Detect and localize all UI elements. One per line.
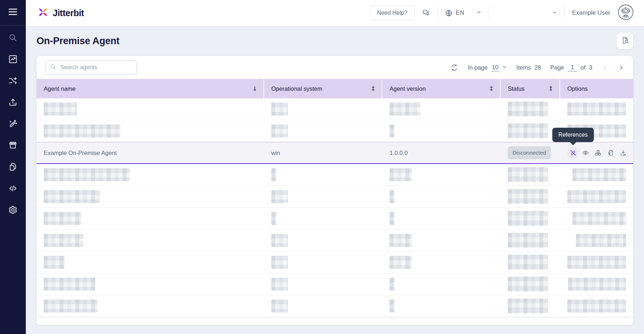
dashboard-icon — [8, 55, 18, 65]
sidebar-item-deploy[interactable] — [0, 92, 26, 114]
sidebar-item-wand[interactable] — [0, 114, 26, 135]
table-row — [37, 208, 633, 230]
status-cell — [501, 230, 560, 251]
user-avatar[interactable] — [617, 4, 634, 22]
redacted-version — [390, 190, 395, 203]
menu-button[interactable] — [0, 0, 26, 25]
sidebar — [0, 0, 26, 334]
redacted-options — [572, 212, 626, 225]
code-icon — [8, 184, 18, 194]
language-select[interactable]: EN — [445, 9, 482, 17]
refresh-icon[interactable] — [450, 63, 458, 72]
view-button[interactable] — [580, 147, 591, 159]
agent-os: win — [271, 150, 280, 156]
table-row — [37, 273, 633, 295]
next-page-button[interactable] — [618, 64, 625, 71]
os-cell — [264, 98, 382, 120]
column-header-agent-version[interactable]: Agent version↕ — [382, 79, 501, 98]
redacted-options — [572, 168, 626, 181]
sidebar-item-workflows[interactable] — [0, 71, 26, 92]
version-cell — [382, 208, 501, 229]
redacted-options — [567, 190, 626, 203]
status-cell — [501, 120, 560, 142]
column-header-operational-system[interactable]: Operational system↕ — [264, 79, 382, 98]
chevron-down-icon — [552, 10, 557, 17]
sidebar-item-settings[interactable] — [0, 200, 26, 221]
redacted-status — [508, 298, 548, 314]
sidebar-item-copy[interactable] — [0, 157, 26, 178]
page-size-value: 10 — [491, 64, 499, 71]
redacted-status — [508, 189, 548, 204]
chevron-down-icon — [476, 9, 482, 17]
column-header-agent-name[interactable]: Agent name↓ — [37, 79, 264, 98]
in-page-label: In page — [468, 64, 487, 71]
menu-icon — [8, 6, 18, 19]
redacted-version — [390, 168, 412, 181]
search-icon — [50, 63, 56, 71]
agent-name-cell: Example On-Premise Agent — [37, 142, 264, 163]
sidebar-item-code[interactable] — [0, 178, 26, 200]
redacted-status — [508, 123, 548, 138]
download-button[interactable] — [617, 147, 629, 159]
column-label: Agent version — [390, 85, 426, 92]
redacted-options — [567, 103, 626, 116]
search-input[interactable] — [59, 64, 132, 71]
redacted-os — [271, 190, 288, 203]
column-header-status[interactable]: Status↕ — [501, 79, 560, 98]
prev-page-button[interactable] — [602, 64, 609, 71]
redacted-name — [44, 168, 130, 181]
sidebar-item-marketplace[interactable] — [0, 135, 26, 157]
packages-button[interactable] — [592, 147, 604, 159]
page-label: Page — [550, 64, 564, 71]
marketplace-icon — [8, 141, 18, 151]
tooltip-text: References — [558, 132, 588, 138]
search-icon — [8, 33, 18, 44]
user-name: Example User — [572, 9, 610, 17]
language-label: EN — [456, 9, 464, 17]
options-cell: References — [560, 142, 633, 163]
copy-icon — [8, 162, 18, 173]
name-cell — [37, 251, 264, 273]
need-help-button[interactable]: Need Help? — [370, 6, 415, 20]
os-cell — [264, 273, 382, 295]
table-row[interactable]: Example On-Premise Agentwin1.0.0.0Discon… — [37, 142, 633, 164]
page-preview-button[interactable] — [617, 33, 633, 49]
status-cell — [501, 295, 560, 317]
redacted-status — [508, 277, 548, 292]
feedback-chat-icon[interactable] — [422, 9, 430, 17]
page-title: On-Premise Agent — [37, 36, 119, 47]
app-root: Jitterbit Need Help? EN — [0, 0, 644, 334]
table-body: Example On-Premise Agentwin1.0.0.0Discon… — [37, 98, 633, 317]
redacted-status — [508, 211, 548, 226]
redacted-version — [390, 300, 395, 312]
page-number-input[interactable] — [568, 64, 577, 71]
table-row — [37, 295, 633, 317]
os-cell — [264, 295, 382, 317]
items-count: 28 — [534, 64, 541, 71]
org-select[interactable] — [496, 10, 557, 17]
version-cell — [382, 164, 501, 185]
redacted-version — [390, 103, 420, 116]
table-row — [37, 251, 633, 273]
of-label: of — [581, 64, 586, 71]
redacted-os — [271, 278, 288, 291]
redacted-version — [390, 278, 395, 291]
topbar: Jitterbit Need Help? EN — [26, 0, 644, 26]
document-search-icon — [621, 36, 629, 46]
redacted-name — [44, 190, 100, 203]
os-cell — [264, 120, 382, 142]
references-button[interactable]: References — [567, 147, 579, 159]
name-cell — [37, 295, 264, 317]
deploy-icon — [8, 98, 18, 108]
items-label: Items — [516, 64, 531, 71]
table-row — [37, 98, 633, 120]
options-cell — [560, 251, 633, 273]
column-label: Operational system — [271, 85, 322, 92]
page-size-select[interactable]: 10 — [491, 64, 507, 71]
name-cell — [37, 230, 264, 251]
certificate-button[interactable] — [605, 147, 616, 159]
sidebar-item-dashboard[interactable] — [0, 49, 26, 71]
name-cell — [37, 164, 264, 185]
table-row — [37, 186, 633, 208]
sidebar-item-search[interactable] — [0, 28, 26, 49]
